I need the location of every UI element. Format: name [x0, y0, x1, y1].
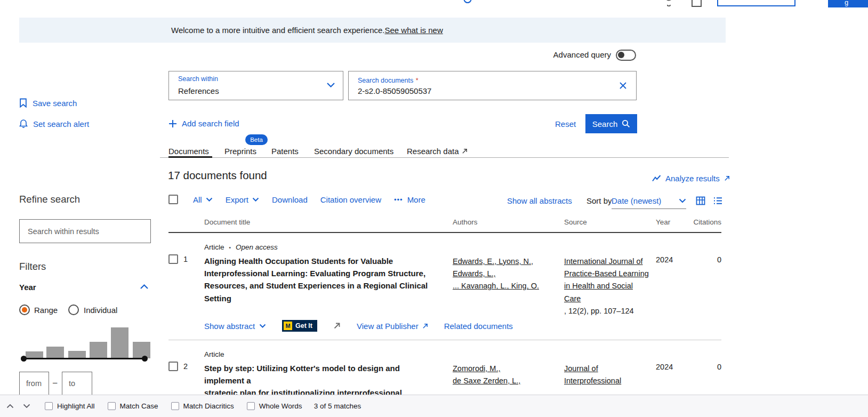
sort-value: Date (newest)	[612, 196, 661, 205]
tab-patents[interactable]: Patents	[271, 147, 299, 156]
search-button[interactable]: Search	[585, 114, 637, 133]
chevron-down-icon	[259, 324, 266, 328]
author-link[interactable]: ... Kavanagh, L., King, O.	[453, 282, 539, 290]
year-slider-handle-left[interactable]	[21, 356, 27, 362]
clipboard-icon-partial[interactable]	[692, 0, 702, 7]
more-label: More	[407, 195, 425, 204]
search-documents-label: Search documents	[358, 77, 413, 84]
ellipsis-icon: •••	[394, 196, 403, 204]
welcome-banner: Welcome to a more intuitive and efficien…	[19, 18, 726, 43]
more-menu-button[interactable]: ••• More	[394, 195, 425, 204]
external-link-icon	[724, 175, 730, 181]
match-diacritics-option[interactable]: Match Diacritics	[171, 402, 234, 410]
chevron-down-icon	[206, 197, 213, 202]
reset-button[interactable]: Reset	[555, 119, 576, 129]
search-within-dropdown[interactable]: Search within References	[168, 71, 343, 100]
all-dropdown[interactable]: All	[193, 195, 213, 204]
clear-icon[interactable]	[619, 82, 627, 90]
author-link[interactable]: Zomorodi, M.,	[453, 364, 500, 373]
author-link[interactable]: Edwards, L.,	[453, 269, 496, 278]
related-documents-button[interactable]: Related documents	[444, 322, 513, 331]
chevron-down-icon	[252, 197, 259, 202]
year-from-input[interactable]	[19, 372, 49, 395]
show-abstract-button[interactable]: Show abstract	[204, 322, 266, 331]
source-link[interactable]: International Journal of	[564, 257, 643, 266]
chevron-up-icon[interactable]	[140, 284, 149, 290]
select-all-checkbox[interactable]	[168, 195, 178, 204]
histogram-bar	[46, 347, 64, 358]
match-case-option[interactable]: Match Case	[108, 402, 158, 410]
year-histogram	[24, 327, 152, 358]
citations-value: 0	[682, 255, 721, 264]
primary-button-partial[interactable]: g	[828, 0, 868, 7]
citation-overview-button[interactable]: Citation overview	[320, 195, 381, 204]
source-link[interactable]: Care	[564, 294, 581, 303]
tab-secondary-documents[interactable]: Secondary documents	[314, 147, 393, 156]
scopus-search-results-page: g Welcome to a more intuitive and effici…	[0, 0, 868, 417]
find-next-icon[interactable]	[23, 404, 30, 408]
results-count: 17 documents found	[168, 169, 267, 182]
range-dash: –	[53, 378, 57, 387]
add-search-field-button[interactable]: Add search field	[168, 119, 239, 128]
all-label: All	[193, 195, 202, 204]
year-value: 2024	[656, 363, 673, 371]
external-link-icon	[462, 148, 468, 154]
mgetit-badge[interactable]: M Get It	[282, 320, 317, 332]
bell-icon-partial[interactable]	[664, 0, 673, 6]
view-at-publisher-label: View at Publisher	[357, 322, 419, 331]
analyze-results-button[interactable]: Analyze results	[652, 174, 730, 183]
view-at-publisher-button[interactable]: View at Publisher	[357, 322, 428, 331]
year-to-input[interactable]	[62, 372, 92, 395]
match-diacritics-checkbox[interactable]	[171, 402, 179, 410]
source-link[interactable]: Practice-Based Learning	[564, 269, 649, 278]
source-link[interactable]: in Health and Social	[564, 282, 633, 290]
tab-preprints[interactable]: Preprints	[224, 147, 256, 156]
whole-words-checkbox[interactable]	[247, 402, 255, 410]
row-checkbox[interactable]	[168, 362, 178, 371]
show-all-abstracts-button[interactable]: Show all abstracts	[507, 196, 572, 205]
tab-documents[interactable]: Documents	[168, 147, 209, 156]
radio-selected-icon	[19, 304, 30, 315]
source-link[interactable]: Journal of	[564, 364, 598, 373]
see-what-is-new-link[interactable]: See what is new	[385, 26, 443, 35]
help-icon-partial[interactable]	[463, 0, 472, 6]
highlight-all-checkbox[interactable]	[45, 402, 53, 410]
column-citations: Citations	[672, 218, 721, 226]
show-abstract-label: Show abstract	[204, 322, 255, 331]
advanced-query-toggle[interactable]	[616, 50, 636, 61]
outline-button-partial[interactable]	[717, 0, 795, 6]
find-previous-icon[interactable]	[6, 404, 14, 408]
tab-research-data[interactable]: Research data	[407, 147, 468, 156]
row-checkbox[interactable]	[168, 254, 178, 264]
source-detail: , 12(2), pp. 107–124	[564, 307, 634, 315]
set-search-alert-button[interactable]: Set search alert	[19, 119, 89, 129]
grid-view-icon[interactable]	[696, 196, 705, 205]
range-radio[interactable]: Range	[19, 304, 58, 315]
refine-search-title: Refine search	[19, 194, 80, 205]
download-button[interactable]: Download	[272, 195, 308, 204]
sort-dropdown[interactable]: Date (newest)	[612, 193, 686, 209]
highlight-all-option[interactable]: Highlight All	[45, 402, 95, 410]
histogram-bar	[90, 342, 107, 358]
match-case-label: Match Case	[120, 402, 158, 410]
document-type: Article	[204, 350, 224, 358]
document-title-link[interactable]: Aligning Health Occupation Students for …	[204, 255, 441, 304]
year-slider-track[interactable]	[24, 358, 146, 359]
match-case-checkbox[interactable]	[108, 402, 116, 410]
export-label: Export	[226, 195, 248, 204]
results-toolbar: All Export Download Citation overview ••…	[168, 195, 425, 204]
author-link[interactable]: Edwards, E., Lyons, N.,	[453, 257, 533, 266]
external-link-icon[interactable]	[333, 322, 341, 330]
export-dropdown[interactable]: Export	[226, 195, 259, 204]
author-link[interactable]: de Saxe Zerden, L.,	[453, 376, 520, 385]
save-search-button[interactable]: Save search	[19, 98, 77, 108]
source-link[interactable]: Interprofessional	[564, 376, 621, 385]
year-slider-handle-right[interactable]	[142, 356, 148, 362]
search-within-results-input[interactable]	[19, 219, 151, 243]
individual-radio[interactable]: Individual	[68, 304, 117, 315]
search-documents-field[interactable]: Search documents * 2-s2.0-85059050537	[348, 71, 637, 100]
document-type: Article	[204, 243, 224, 251]
whole-words-option[interactable]: Whole Words	[247, 402, 302, 410]
list-view-icon[interactable]	[713, 197, 722, 205]
column-document-title: Document title	[204, 218, 250, 226]
